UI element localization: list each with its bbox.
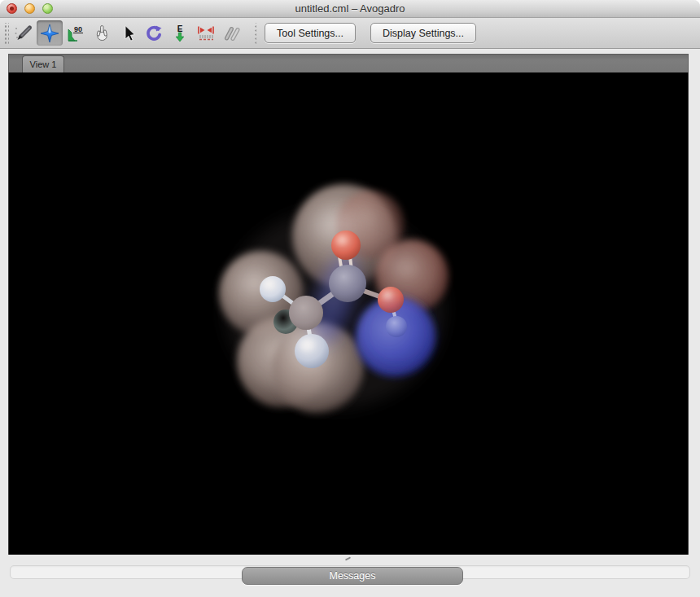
navigate-tool-button[interactable]	[37, 20, 63, 46]
protractor-90-icon: 90	[66, 24, 85, 43]
bottom-bar: Messages	[0, 555, 700, 597]
minimize-button[interactable]	[24, 3, 35, 14]
display-settings-button[interactable]: Display Settings...	[370, 23, 476, 43]
tab-view-1[interactable]: View 1	[22, 55, 64, 72]
toolbar-separator	[255, 23, 256, 44]
title-bar: untitled.cml – Avogadro	[0, 0, 700, 18]
gl-viewport[interactable]	[8, 72, 689, 555]
zmatrix-tool-button[interactable]	[219, 20, 245, 46]
navigate-compass-icon	[40, 24, 59, 43]
rotate-arrow-icon	[144, 24, 164, 43]
avogadro-window: untitled.cml – Avogadro	[0, 0, 700, 597]
align-arrows-icon	[196, 24, 216, 43]
toolbar-grip-handle[interactable]	[3, 23, 9, 44]
hand-icon	[92, 24, 112, 43]
cursor-artifact	[345, 558, 351, 562]
toolbar: 90	[0, 18, 700, 49]
auto-rotate-tool-button[interactable]	[141, 20, 167, 46]
pencil-icon	[14, 24, 33, 43]
svg-text:E: E	[177, 24, 183, 33]
auto-optimize-tool-button[interactable]: E	[167, 20, 193, 46]
manipulate-tool-button[interactable]	[89, 20, 115, 46]
close-button[interactable]	[7, 3, 17, 14]
select-tool-button[interactable]	[115, 20, 141, 46]
traffic-lights	[7, 3, 53, 14]
energy-down-arrow-icon: E	[170, 24, 190, 43]
tool-settings-button[interactable]: Tool Settings...	[265, 23, 356, 43]
zoom-button[interactable]	[42, 3, 53, 14]
svg-text:90: 90	[74, 25, 82, 33]
measure-tool-button[interactable]: 90	[63, 20, 89, 46]
draw-tool-button[interactable]	[11, 20, 37, 46]
molecule-3d-render	[9, 72, 689, 555]
bond-sticks-icon	[222, 24, 242, 43]
cursor-arrow-icon	[118, 24, 138, 43]
view-tab-bar: View 1	[8, 54, 689, 72]
window-title: untitled.cml – Avogadro	[0, 2, 700, 15]
messages-button[interactable]: Messages	[242, 567, 463, 585]
align-tool-button[interactable]	[193, 20, 219, 46]
workspace: View 1	[0, 54, 700, 597]
